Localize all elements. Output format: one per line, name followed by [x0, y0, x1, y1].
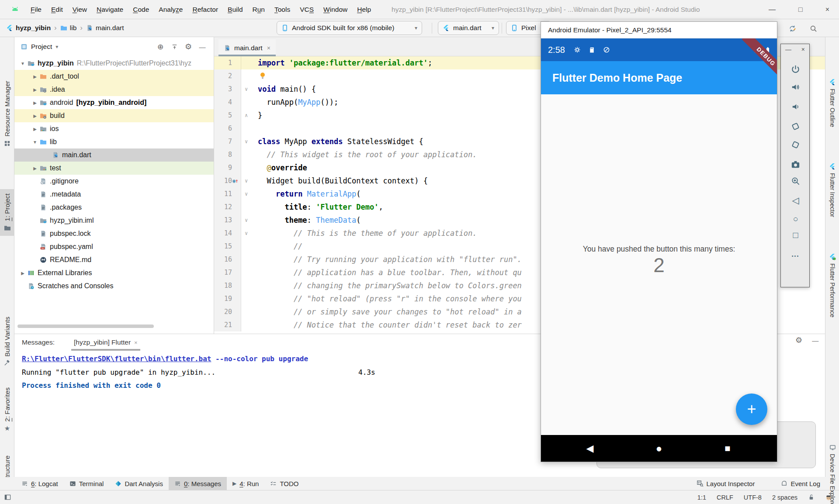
- fold-marker-icon[interactable]: ∨: [245, 214, 248, 227]
- tree-item--dart-tool[interactable]: ▶.dart_tool: [14, 70, 214, 83]
- overview-button[interactable]: □: [781, 230, 810, 240]
- tool-button-6-logcat[interactable]: 6: Logcat: [16, 477, 64, 490]
- chevron-collapsed-icon[interactable]: ▶: [30, 100, 40, 105]
- fold-marker-icon[interactable]: ∨: [245, 135, 248, 148]
- close-icon[interactable]: ×: [267, 45, 270, 52]
- chevron-expanded-icon[interactable]: ▼: [30, 140, 40, 145]
- settings-gear-icon[interactable]: ⚙: [183, 43, 194, 51]
- indent-setting[interactable]: 2 spaces: [772, 494, 797, 501]
- line-endings[interactable]: CRLF: [717, 494, 733, 501]
- intention-bulb-icon[interactable]: [259, 72, 267, 79]
- fold-marker-icon[interactable]: ∨: [245, 83, 248, 96]
- chevron-down-icon[interactable]: ▾: [55, 44, 58, 50]
- fold-marker-icon[interactable]: ∨: [245, 187, 248, 200]
- tool-strip-build-variants[interactable]: Build Variants: [0, 317, 14, 366]
- settings-gear-icon[interactable]: ⚙: [795, 336, 802, 344]
- tool-strip-2-favorites[interactable]: 2: Favorites★: [0, 387, 14, 432]
- tree-item-hyzp-yibin-iml[interactable]: hyzp_yibin.iml: [14, 214, 214, 227]
- tab-flutter-console[interactable]: [hyzp_yibin] Flutter ×: [71, 334, 140, 351]
- tool-button-terminal[interactable]: Terminal: [64, 477, 110, 490]
- tree-item-test[interactable]: ▶test: [14, 162, 214, 175]
- minimize-button[interactable]: —: [785, 46, 791, 53]
- device-selector[interactable]: Android SDK built for x86 (mobile) ▾: [277, 21, 422, 35]
- tree-item-external-libraries[interactable]: ▶External Libraries: [14, 266, 214, 280]
- tool-button-layout-inspector[interactable]: Layout Inspector: [691, 477, 761, 490]
- menu-help[interactable]: Help: [352, 6, 376, 14]
- menu-window[interactable]: Window: [319, 6, 352, 14]
- hide-panel-button[interactable]: —: [197, 44, 208, 50]
- rotate-left-button[interactable]: [781, 121, 810, 131]
- fold-marker-icon[interactable]: ∨: [245, 227, 248, 240]
- unlock-icon[interactable]: [808, 494, 815, 501]
- chevron-collapsed-icon[interactable]: ▶: [30, 127, 40, 131]
- tool-button-dart-analysis[interactable]: Dart Analysis: [109, 477, 169, 490]
- tree-item-pubspec-lock[interactable]: pubspec.lock: [14, 227, 214, 240]
- breadcrumb-item[interactable]: main.dart: [86, 24, 124, 32]
- more-button[interactable]: •••: [781, 251, 810, 261]
- home-button[interactable]: ○: [781, 214, 810, 224]
- locate-file-button[interactable]: ⊕: [155, 43, 166, 51]
- back-button[interactable]: ◁: [781, 195, 810, 205]
- zoom-button[interactable]: [781, 176, 810, 186]
- tree-item--idea[interactable]: ▶.idea: [14, 83, 214, 96]
- collapse-all-button[interactable]: [169, 44, 180, 50]
- rotate-right-button[interactable]: [781, 139, 810, 150]
- fold-marker-icon[interactable]: ∨: [245, 174, 248, 187]
- tool-button-event-log[interactable]: Event Log: [775, 477, 826, 490]
- tool-strip-flutter-outline[interactable]: Flutter Outline: [825, 79, 839, 127]
- menu-run[interactable]: Run: [248, 6, 270, 14]
- menu-analyze[interactable]: Analyze: [154, 6, 187, 14]
- menu-refactor[interactable]: Refactor: [187, 6, 223, 14]
- chevron-expanded-icon[interactable]: ▼: [18, 61, 28, 66]
- close-button[interactable]: ×: [801, 46, 805, 53]
- tree-item-ios[interactable]: ▶ios: [14, 122, 214, 135]
- search-everywhere-button[interactable]: [808, 24, 818, 33]
- close-icon[interactable]: ×: [134, 339, 138, 346]
- tree-item-android[interactable]: ▶android[hyzp_yibin_android]: [14, 96, 214, 109]
- chevron-collapsed-icon[interactable]: ▶: [30, 87, 40, 92]
- power-button[interactable]: [781, 64, 810, 74]
- tool-strip-resource-manager[interactable]: Resource Manager: [0, 81, 14, 147]
- console-link[interactable]: R:\Flutter\FlutterSDK\flutter\bin\flutte…: [22, 355, 211, 363]
- tree-item-scratches-and-consoles[interactable]: Scratches and Consoles: [14, 280, 214, 293]
- close-button[interactable]: ×: [825, 6, 829, 14]
- screenshot-button[interactable]: [781, 159, 810, 169]
- menu-edit[interactable]: Edit: [46, 6, 68, 14]
- tree-item--metadata[interactable]: .metadata: [14, 188, 214, 201]
- emulator-title-bar[interactable]: Android Emulator - Pixel_2_API_29:5554: [541, 22, 777, 38]
- tool-strip-flutter-inspector[interactable]: Flutter Inspector: [825, 163, 839, 217]
- menu-build[interactable]: Build: [223, 6, 247, 14]
- tool-button-0-messages[interactable]: 0: Messages: [169, 477, 227, 490]
- caret-position[interactable]: 1:1: [697, 494, 706, 501]
- tool-strip-flutter-performance[interactable]: Flutter Performance: [825, 253, 839, 318]
- tool-strip-1-project[interactable]: 1: Project: [0, 189, 14, 236]
- tree-item-readme-md[interactable]: README.md: [14, 253, 214, 266]
- tool-button-todo[interactable]: TODO: [264, 477, 304, 490]
- tool-windows-toggle-icon[interactable]: [4, 494, 11, 501]
- volume-up-button[interactable]: [781, 82, 810, 92]
- menu-view[interactable]: View: [68, 6, 92, 14]
- home-nav-button[interactable]: ●: [650, 435, 668, 462]
- tree-item-lib[interactable]: ▼lib: [14, 135, 214, 148]
- tree-item-build[interactable]: ▶build: [14, 109, 214, 122]
- tree-item--gitignore[interactable]: .gitignore: [14, 175, 214, 188]
- chevron-collapsed-icon[interactable]: ▶: [30, 74, 40, 79]
- sync-project-button[interactable]: [787, 24, 797, 33]
- project-panel-title[interactable]: Project: [31, 43, 52, 51]
- increment-fab-button[interactable]: +: [736, 394, 767, 425]
- chevron-collapsed-icon[interactable]: ▶: [18, 271, 28, 276]
- hide-panel-button[interactable]: —: [812, 336, 818, 344]
- maximize-button[interactable]: □: [798, 6, 803, 14]
- tab-main-dart[interactable]: main.dart ×: [218, 39, 276, 56]
- tool-button-4-run[interactable]: ▶4: Run: [227, 477, 264, 490]
- minimize-button[interactable]: —: [769, 6, 776, 14]
- run-config-selector[interactable]: main.dart ▾: [438, 21, 499, 35]
- fold-marker-icon[interactable]: ∧: [245, 109, 248, 122]
- horizontal-scrollbar[interactable]: [17, 324, 154, 328]
- menu-file[interactable]: File: [26, 6, 46, 14]
- menu-vcs[interactable]: VCS: [295, 6, 319, 14]
- breadcrumb-item[interactable]: lib: [60, 24, 77, 32]
- back-nav-button[interactable]: ◀: [581, 435, 599, 462]
- chevron-collapsed-icon[interactable]: ▶: [30, 114, 40, 118]
- menu-tools[interactable]: Tools: [270, 6, 295, 14]
